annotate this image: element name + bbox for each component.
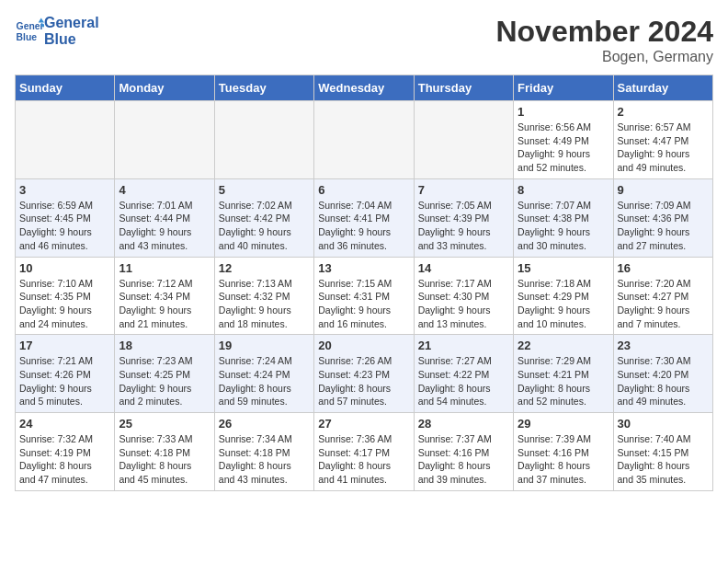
day-number: 9 xyxy=(618,183,709,197)
day-info: Sunrise: 7:34 AM Sunset: 4:18 PM Dayligh… xyxy=(219,432,310,487)
empty-cell xyxy=(115,101,214,179)
day-number: 25 xyxy=(119,417,210,431)
day-number: 17 xyxy=(19,339,110,352)
day-cell-11: 11Sunrise: 7:12 AM Sunset: 4:34 PM Dayli… xyxy=(115,257,214,335)
day-number: 24 xyxy=(19,417,110,431)
day-number: 10 xyxy=(19,261,110,275)
day-number: 15 xyxy=(518,261,609,275)
svg-text:Blue: Blue xyxy=(17,31,38,41)
day-number: 20 xyxy=(318,339,409,352)
empty-cell xyxy=(214,101,313,179)
day-info: Sunrise: 7:15 AM Sunset: 4:31 PM Dayligh… xyxy=(318,277,409,331)
calendar-week-5: 24Sunrise: 7:32 AM Sunset: 4:19 PM Dayli… xyxy=(16,413,713,491)
day-number: 1 xyxy=(518,105,609,119)
day-number: 30 xyxy=(618,417,709,431)
day-info: Sunrise: 7:10 AM Sunset: 4:35 PM Dayligh… xyxy=(19,277,110,331)
day-cell-25: 25Sunrise: 7:33 AM Sunset: 4:18 PM Dayli… xyxy=(115,413,214,491)
empty-cell xyxy=(314,101,414,179)
day-info: Sunrise: 7:20 AM Sunset: 4:27 PM Dayligh… xyxy=(618,277,709,331)
day-cell-15: 15Sunrise: 7:18 AM Sunset: 4:29 PM Dayli… xyxy=(514,257,613,335)
day-cell-2: 2Sunrise: 6:57 AM Sunset: 4:47 PM Daylig… xyxy=(613,101,712,179)
day-cell-13: 13Sunrise: 7:15 AM Sunset: 4:31 PM Dayli… xyxy=(314,257,414,335)
day-number: 2 xyxy=(618,105,709,119)
day-cell-12: 12Sunrise: 7:13 AM Sunset: 4:32 PM Dayli… xyxy=(214,257,313,335)
day-cell-8: 8Sunrise: 7:07 AM Sunset: 4:38 PM Daylig… xyxy=(514,178,613,257)
day-cell-16: 16Sunrise: 7:20 AM Sunset: 4:27 PM Dayli… xyxy=(613,257,712,335)
day-cell-5: 5Sunrise: 7:02 AM Sunset: 4:42 PM Daylig… xyxy=(214,178,313,257)
day-info: Sunrise: 7:01 AM Sunset: 4:44 PM Dayligh… xyxy=(119,199,210,253)
day-info: Sunrise: 7:36 AM Sunset: 4:17 PM Dayligh… xyxy=(318,432,409,487)
day-number: 27 xyxy=(318,417,409,431)
day-info: Sunrise: 7:39 AM Sunset: 4:16 PM Dayligh… xyxy=(518,432,609,487)
col-header-friday: Friday xyxy=(514,75,613,101)
day-number: 12 xyxy=(219,261,310,275)
col-header-monday: Monday xyxy=(115,75,214,101)
day-number: 6 xyxy=(318,183,409,197)
title-area: November 2024 Bogen, Germany xyxy=(495,15,713,65)
svg-text:General: General xyxy=(17,21,44,31)
day-info: Sunrise: 7:26 AM Sunset: 4:23 PM Dayligh… xyxy=(318,354,409,408)
day-number: 13 xyxy=(318,261,409,275)
day-number: 21 xyxy=(418,339,509,352)
day-cell-10: 10Sunrise: 7:10 AM Sunset: 4:35 PM Dayli… xyxy=(16,257,115,335)
day-cell-24: 24Sunrise: 7:32 AM Sunset: 4:19 PM Dayli… xyxy=(16,413,115,491)
day-info: Sunrise: 7:05 AM Sunset: 4:39 PM Dayligh… xyxy=(418,199,509,253)
day-cell-3: 3Sunrise: 6:59 AM Sunset: 4:45 PM Daylig… xyxy=(16,178,115,257)
day-cell-1: 1Sunrise: 6:56 AM Sunset: 4:49 PM Daylig… xyxy=(514,101,613,179)
day-info: Sunrise: 7:09 AM Sunset: 4:36 PM Dayligh… xyxy=(618,199,709,253)
calendar-table: SundayMondayTuesdayWednesdayThursdayFrid… xyxy=(15,75,713,491)
day-info: Sunrise: 7:32 AM Sunset: 4:19 PM Dayligh… xyxy=(19,432,110,487)
day-info: Sunrise: 7:33 AM Sunset: 4:18 PM Dayligh… xyxy=(119,432,210,487)
day-number: 29 xyxy=(518,417,609,431)
day-cell-26: 26Sunrise: 7:34 AM Sunset: 4:18 PM Dayli… xyxy=(214,413,313,491)
day-info: Sunrise: 7:27 AM Sunset: 4:22 PM Dayligh… xyxy=(418,354,509,408)
day-number: 26 xyxy=(219,417,310,431)
day-number: 19 xyxy=(219,339,310,352)
day-info: Sunrise: 7:13 AM Sunset: 4:32 PM Dayligh… xyxy=(219,277,310,331)
logo-text-general: General xyxy=(44,15,99,30)
calendar-week-2: 3Sunrise: 6:59 AM Sunset: 4:45 PM Daylig… xyxy=(16,178,713,257)
day-info: Sunrise: 7:37 AM Sunset: 4:16 PM Dayligh… xyxy=(418,432,509,487)
empty-cell xyxy=(414,101,513,179)
day-number: 28 xyxy=(418,417,509,431)
day-info: Sunrise: 7:40 AM Sunset: 4:15 PM Dayligh… xyxy=(618,432,709,487)
day-cell-30: 30Sunrise: 7:40 AM Sunset: 4:15 PM Dayli… xyxy=(613,413,712,491)
day-cell-6: 6Sunrise: 7:04 AM Sunset: 4:41 PM Daylig… xyxy=(314,178,414,257)
day-cell-17: 17Sunrise: 7:21 AM Sunset: 4:26 PM Dayli… xyxy=(16,335,115,413)
month-title: November 2024 xyxy=(495,15,713,49)
col-header-tuesday: Tuesday xyxy=(214,75,313,101)
day-cell-21: 21Sunrise: 7:27 AM Sunset: 4:22 PM Dayli… xyxy=(414,335,513,413)
col-header-saturday: Saturday xyxy=(613,75,712,101)
empty-cell xyxy=(16,101,115,179)
day-info: Sunrise: 7:12 AM Sunset: 4:34 PM Dayligh… xyxy=(119,277,210,331)
col-header-sunday: Sunday xyxy=(16,75,115,101)
day-number: 14 xyxy=(418,261,509,275)
day-info: Sunrise: 7:29 AM Sunset: 4:21 PM Dayligh… xyxy=(518,354,609,408)
day-info: Sunrise: 6:59 AM Sunset: 4:45 PM Dayligh… xyxy=(19,199,110,253)
day-cell-18: 18Sunrise: 7:23 AM Sunset: 4:25 PM Dayli… xyxy=(115,335,214,413)
day-info: Sunrise: 7:23 AM Sunset: 4:25 PM Dayligh… xyxy=(119,354,210,408)
day-info: Sunrise: 7:30 AM Sunset: 4:20 PM Dayligh… xyxy=(618,354,709,408)
day-cell-23: 23Sunrise: 7:30 AM Sunset: 4:20 PM Dayli… xyxy=(613,335,712,413)
logo-icon: General Blue xyxy=(15,17,44,46)
day-number: 5 xyxy=(219,183,310,197)
day-info: Sunrise: 6:57 AM Sunset: 4:47 PM Dayligh… xyxy=(618,121,709,175)
day-cell-7: 7Sunrise: 7:05 AM Sunset: 4:39 PM Daylig… xyxy=(414,178,513,257)
day-number: 3 xyxy=(19,183,110,197)
day-cell-9: 9Sunrise: 7:09 AM Sunset: 4:36 PM Daylig… xyxy=(613,178,712,257)
day-number: 11 xyxy=(119,261,210,275)
day-cell-4: 4Sunrise: 7:01 AM Sunset: 4:44 PM Daylig… xyxy=(115,178,214,257)
day-number: 22 xyxy=(518,339,609,352)
day-info: Sunrise: 7:21 AM Sunset: 4:26 PM Dayligh… xyxy=(19,354,110,408)
logo-text-blue: Blue xyxy=(44,31,76,47)
day-number: 8 xyxy=(518,183,609,197)
logo: General Blue General Blue xyxy=(15,15,99,47)
day-number: 7 xyxy=(418,183,509,197)
day-number: 23 xyxy=(618,339,709,352)
day-info: Sunrise: 7:17 AM Sunset: 4:30 PM Dayligh… xyxy=(418,277,509,331)
col-header-wednesday: Wednesday xyxy=(314,75,414,101)
day-cell-28: 28Sunrise: 7:37 AM Sunset: 4:16 PM Dayli… xyxy=(414,413,513,491)
calendar-header-row: SundayMondayTuesdayWednesdayThursdayFrid… xyxy=(16,75,713,101)
day-info: Sunrise: 7:24 AM Sunset: 4:24 PM Dayligh… xyxy=(219,354,310,408)
calendar-week-3: 10Sunrise: 7:10 AM Sunset: 4:35 PM Dayli… xyxy=(16,257,713,335)
